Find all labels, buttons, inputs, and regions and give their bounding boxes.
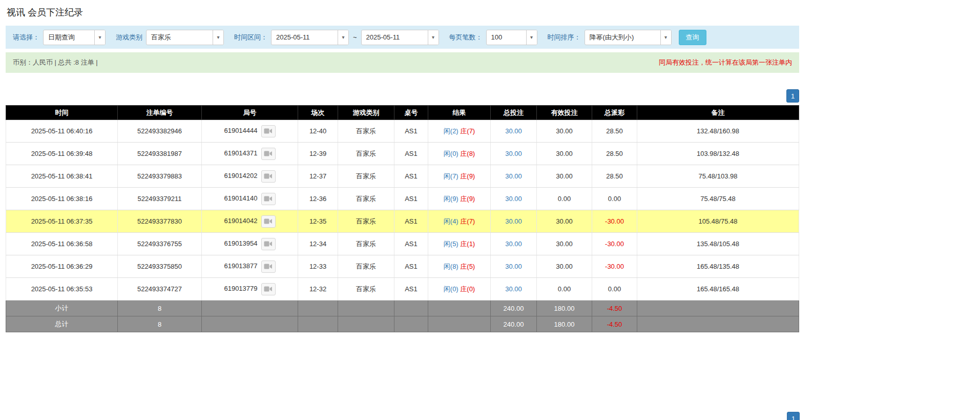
page-button[interactable]: 1 <box>786 89 799 103</box>
cell-table-no: AS1 <box>394 278 428 301</box>
page-size-select[interactable]: 100 ▾ <box>486 30 537 45</box>
cell-game-type: 百家乐 <box>338 278 394 301</box>
cell-total-bet: 30.00 <box>491 120 537 143</box>
cell-total-bet: 30.00 <box>491 255 537 278</box>
cell-game-type: 百家乐 <box>338 255 394 278</box>
total-bet-link[interactable]: 30.00 <box>505 150 522 157</box>
video-replay-button[interactable] <box>261 261 276 273</box>
summary-empty-cell <box>428 301 491 316</box>
cell-game-type: 百家乐 <box>338 165 394 188</box>
summary-note-text: 同局有效投注，统一计算在该局第一张注单内 <box>659 58 792 67</box>
column-header: 总派彩 <box>592 106 637 120</box>
video-replay-button[interactable] <box>261 193 276 205</box>
round-id-text: 619014042 <box>224 217 257 225</box>
column-header: 场次 <box>298 106 338 120</box>
round-id-text: 619013954 <box>224 239 257 247</box>
cell-payout: 0.00 <box>592 278 637 301</box>
cell-note: 75.48/103.98 <box>637 165 799 188</box>
cell-session: 12-37 <box>298 165 338 188</box>
cell-round-id: 619014444 <box>202 120 298 143</box>
video-replay-button[interactable] <box>261 125 276 137</box>
total-bet-link[interactable]: 30.00 <box>505 172 522 180</box>
video-camera-icon <box>264 241 273 247</box>
video-replay-button[interactable] <box>261 238 276 250</box>
total-bet-link[interactable]: 30.00 <box>505 127 522 135</box>
cell-round-id: 619014371 <box>202 143 298 165</box>
cell-total-bet: 30.00 <box>491 278 537 301</box>
table-row: 2025-05-11 06:38:16522493379211619014140… <box>6 188 799 210</box>
summary-total-bet: 240.00 <box>491 316 537 332</box>
cell-note: 165.48/135.48 <box>637 255 799 278</box>
summary-row: 总计8240.00180.00-4.50 <box>6 316 799 332</box>
video-camera-icon <box>264 263 273 270</box>
chevron-down-icon[interactable]: ▾ <box>94 30 105 45</box>
table-row: 2025-05-11 06:37:35522493377830619014042… <box>6 210 799 233</box>
chevron-down-icon[interactable]: ▾ <box>428 30 439 45</box>
cell-bet-id: 522493374727 <box>118 278 202 301</box>
video-replay-button[interactable] <box>261 215 276 228</box>
date-from-select[interactable]: 2025-05-11 ▾ <box>271 30 349 45</box>
summary-count: 8 <box>118 316 202 332</box>
total-bet-link[interactable]: 30.00 <box>505 240 522 248</box>
cell-table-no: AS1 <box>394 255 428 278</box>
cell-result: 闲(0) 庄(8) <box>428 143 491 165</box>
query-type-value: 日期查询 <box>44 30 94 45</box>
total-bet-link[interactable]: 30.00 <box>505 263 522 270</box>
table-row: 2025-05-11 06:36:29522493375850619013877… <box>6 255 799 278</box>
table-row: 2025-05-11 06:40:16522493382946619014444… <box>6 120 799 143</box>
chevron-down-icon[interactable]: ▾ <box>338 30 348 45</box>
pagination-bottom: 1 <box>787 412 800 420</box>
game-type-select[interactable]: 百家乐 ▾ <box>146 30 224 45</box>
search-button[interactable]: 查询 <box>679 30 706 45</box>
total-bet-link[interactable]: 30.00 <box>505 217 522 225</box>
table-row: 2025-05-11 06:39:48522493381987619014371… <box>6 143 799 165</box>
cell-bet-id: 522493375850 <box>118 255 202 278</box>
cell-result: 闲(7) 庄(9) <box>428 165 491 188</box>
cell-session: 12-32 <box>298 278 338 301</box>
total-bet-link[interactable]: 30.00 <box>505 195 522 203</box>
summary-label: 小计 <box>6 301 118 316</box>
video-camera-icon <box>264 150 273 157</box>
result-banker: 庄(5) <box>460 263 475 270</box>
summary-label: 总计 <box>6 316 118 332</box>
game-type-value: 百家乐 <box>147 30 213 45</box>
cell-result: 闲(9) 庄(9) <box>428 188 491 210</box>
summary-empty-cell <box>428 316 491 332</box>
filter-label-page-size: 每页笔数： <box>449 33 483 42</box>
chevron-down-icon[interactable]: ▾ <box>660 30 671 45</box>
cell-time: 2025-05-11 06:38:41 <box>6 165 118 188</box>
page-title: 视讯 会员下注纪录 <box>7 6 974 18</box>
cell-bet-id: 522493379211 <box>118 188 202 210</box>
video-camera-icon <box>264 218 273 225</box>
result-banker: 庄(8) <box>460 150 475 157</box>
cell-result: 闲(5) 庄(1) <box>428 233 491 255</box>
summary-empty-cell <box>298 316 338 332</box>
video-replay-button[interactable] <box>261 148 276 160</box>
total-bet-link[interactable]: 30.00 <box>505 285 522 293</box>
summary-empty-cell <box>338 316 394 332</box>
video-replay-button[interactable] <box>261 170 276 183</box>
column-header: 局号 <box>202 106 298 120</box>
cell-bet-id: 522493381987 <box>118 143 202 165</box>
column-header: 时间 <box>6 106 118 120</box>
column-header: 有效投注 <box>537 106 592 120</box>
cell-game-type: 百家乐 <box>338 143 394 165</box>
chevron-down-icon[interactable]: ▾ <box>213 30 223 45</box>
table-row: 2025-05-11 06:38:41522493379883619014202… <box>6 165 799 188</box>
cell-note: 103.98/132.48 <box>637 143 799 165</box>
cell-round-id: 619013779 <box>202 278 298 301</box>
cell-round-id: 619013954 <box>202 233 298 255</box>
cell-valid-bet: 0.00 <box>537 188 592 210</box>
query-type-select[interactable]: 日期查询 ▾ <box>43 30 106 45</box>
video-replay-button[interactable] <box>261 283 276 295</box>
result-player: 闲(4) <box>444 217 458 225</box>
date-to-select[interactable]: 2025-05-11 ▾ <box>361 30 439 45</box>
sort-order-select[interactable]: 降幂(由大到小) ▾ <box>585 30 672 45</box>
cell-note: 132.48/160.98 <box>637 120 799 143</box>
round-id-text: 619014371 <box>224 149 257 157</box>
chevron-down-icon[interactable]: ▾ <box>526 30 537 45</box>
cell-time: 2025-05-11 06:39:48 <box>6 143 118 165</box>
filter-label-sort: 时间排序： <box>548 33 581 42</box>
cell-round-id: 619014140 <box>202 188 298 210</box>
page-button[interactable]: 1 <box>787 412 800 420</box>
